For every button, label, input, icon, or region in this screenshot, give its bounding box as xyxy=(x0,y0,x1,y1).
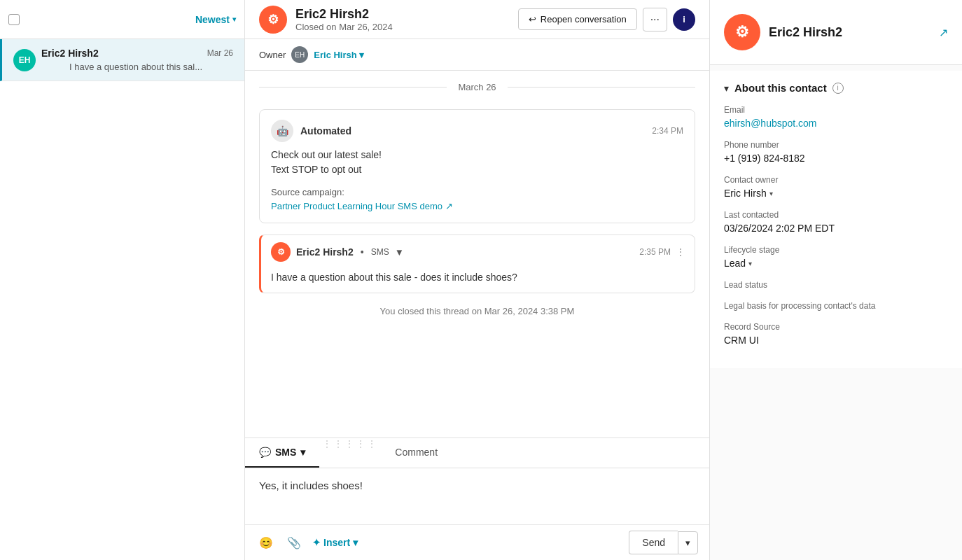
sender-name: Automated xyxy=(300,125,351,136)
about-section: ▾ About this contact i Email ehirsh@hubs… xyxy=(710,71,962,368)
attachment-button[interactable]: 📎 xyxy=(284,533,304,552)
contact-avatar: ⚙ xyxy=(724,14,760,50)
tab-comment[interactable]: Comment xyxy=(381,438,452,468)
lead-status-label: Lead status xyxy=(724,280,948,290)
message-time: 2:34 PM xyxy=(652,126,683,136)
inbound-more-icon[interactable]: ⋮ xyxy=(676,247,685,257)
contact-owner-label: Contact owner xyxy=(724,175,948,185)
chat-header-left: ⚙ Eric2 Hirsh2 Closed on Mar 26, 2024 xyxy=(259,6,393,34)
auto-avatar: 🤖 xyxy=(271,120,293,142)
owner-name-text: Eric Hirsh xyxy=(314,50,356,60)
owner-avatar: EH xyxy=(291,46,308,63)
compose-tabs: 💬 SMS ▾ ⋮⋮⋮⋮⋮ Comment xyxy=(245,438,709,468)
chat-subtitle: Closed on Mar 26, 2024 xyxy=(295,22,393,32)
conv-preview: I have a question about this sal... xyxy=(41,62,233,72)
sidebar: Newest ▾ EH Eric2 Hirsh2 Mar 26 I have a… xyxy=(0,0,245,560)
contact-owner-value: Eric Hirsh xyxy=(724,188,767,199)
inbound-body: I have a question about this sale - does… xyxy=(261,269,695,293)
emoji-button[interactable]: 😊 xyxy=(256,533,276,552)
more-options-button[interactable]: ··· xyxy=(643,8,667,31)
thread-closed-notice: You closed this thread on Mar 26, 2024 3… xyxy=(245,299,709,323)
inbound-channel: SMS xyxy=(371,247,389,257)
message-header: 🤖 Automated 2:34 PM xyxy=(271,120,683,142)
compose-body[interactable]: Yes, it includes shoes! xyxy=(245,468,709,524)
send-dropdown-button[interactable]: ▾ xyxy=(678,531,698,554)
conv-name: Eric2 Hirsh2 xyxy=(41,48,99,59)
sort-label: Newest xyxy=(195,14,230,25)
divider-line-right xyxy=(508,87,695,88)
source-campaign: Source campaign: Partner Product Learnin… xyxy=(271,186,683,213)
phone-field: Phone number +1 (919) 824-8182 xyxy=(724,140,948,164)
owner-chevron-icon: ▾ xyxy=(359,50,364,60)
owner-bar: Owner EH Eric Hirsh ▾ xyxy=(245,39,709,71)
contact-owner-field: Contact owner Eric Hirsh ▾ xyxy=(724,175,948,199)
hubspot-logo-avatar: ⚙ xyxy=(259,6,287,34)
channel-dropdown-button[interactable]: ▼ xyxy=(395,247,404,258)
compose-text[interactable]: Yes, it includes shoes! xyxy=(259,479,695,491)
contact-hs-logo-icon: ⚙ xyxy=(735,23,749,41)
legal-basis-label: Legal basis for processing contact's dat… xyxy=(724,301,948,311)
reopen-icon: ↩ xyxy=(529,14,536,24)
campaign-link-text: Partner Product Learning Hour SMS demo xyxy=(271,200,442,214)
reopen-label: Reopen conversation xyxy=(541,14,627,24)
owner-dropdown-chevron-icon: ▾ xyxy=(769,190,773,197)
reopen-button[interactable]: ↩ Reopen conversation xyxy=(518,8,637,30)
chat-header: ⚙ Eric2 Hirsh2 Closed on Mar 26, 2024 ↩ … xyxy=(245,0,709,39)
insert-button[interactable]: ✦ Insert ▾ xyxy=(312,537,358,548)
lifecycle-dropdown[interactable]: Lead ▾ xyxy=(724,258,948,269)
comment-tab-label: Comment xyxy=(395,447,438,458)
insert-chevron-icon: ▾ xyxy=(353,537,358,548)
hs-logo-icon: ⚙ xyxy=(267,12,279,27)
about-title: About this contact xyxy=(734,82,827,94)
last-contacted-label: Last contacted xyxy=(724,210,948,220)
contact-name: Eric2 Hirsh2 xyxy=(769,25,930,40)
sender-avatar: ⚙ xyxy=(271,242,291,262)
divider-line-left xyxy=(259,87,447,88)
send-group: Send ▾ xyxy=(629,531,698,554)
send-button[interactable]: Send xyxy=(629,531,678,554)
message-sender: 🤖 Automated xyxy=(271,120,351,142)
chat-header-actions: ↩ Reopen conversation ··· i xyxy=(518,8,695,31)
email-field: Email ehirsh@hubspot.com xyxy=(724,105,948,129)
inbound-sender-name: Eric2 Hirsh2 xyxy=(296,246,354,258)
inbound-time: 2:35 PM ⋮ xyxy=(639,247,685,257)
tab-sms[interactable]: 💬 SMS ▾ xyxy=(245,438,319,468)
inbound-time-text: 2:35 PM xyxy=(639,247,671,257)
insert-icon: ✦ xyxy=(312,537,321,548)
source-label: Source campaign: xyxy=(271,187,344,197)
last-contacted-field: Last contacted 03/26/2024 2:02 PM EDT xyxy=(724,210,948,234)
record-source-field: Record Source CRM UI xyxy=(724,322,948,346)
sort-button[interactable]: Newest ▾ xyxy=(195,14,236,25)
messages-area: March 26 🤖 Automated 2:34 PM Check out o… xyxy=(245,71,709,438)
compose-area: 💬 SMS ▾ ⋮⋮⋮⋮⋮ Comment Yes, it includes s… xyxy=(245,438,709,560)
conversation-item[interactable]: EH Eric2 Hirsh2 Mar 26 I have a question… xyxy=(0,39,244,81)
sidebar-header: Newest ▾ xyxy=(0,0,244,39)
sms-tab-label: SMS xyxy=(275,447,296,458)
inbound-header: ⚙ Eric2 Hirsh2 • SMS ▼ 2:35 PM ⋮ xyxy=(261,235,695,269)
last-contacted-value: 03/26/2024 2:02 PM EDT xyxy=(724,223,948,234)
sms-tab-icon: 💬 xyxy=(259,447,271,458)
campaign-link[interactable]: Partner Product Learning Hour SMS demo ↗ xyxy=(271,200,453,214)
date-divider-text: March 26 xyxy=(447,82,507,92)
sender-hs-icon: ⚙ xyxy=(277,247,285,257)
select-all-checkbox[interactable] xyxy=(8,14,20,25)
lifecycle-field: Lifecycle stage Lead ▾ xyxy=(724,245,948,269)
about-info-icon[interactable]: i xyxy=(832,83,844,94)
record-source-value: CRM UI xyxy=(724,335,948,346)
info-button[interactable]: i xyxy=(673,8,695,31)
about-chevron-icon[interactable]: ▾ xyxy=(724,83,729,94)
owner-name-button[interactable]: Eric Hirsh ▾ xyxy=(314,50,363,60)
insert-label: Insert xyxy=(323,537,350,548)
lifecycle-label: Lifecycle stage xyxy=(724,245,948,255)
avatar-initials: EH xyxy=(19,55,31,65)
about-header: ▾ About this contact i xyxy=(724,82,948,94)
email-label: Email xyxy=(724,105,948,115)
record-source-label: Record Source xyxy=(724,322,948,332)
inbound-sender: ⚙ Eric2 Hirsh2 • SMS ▼ xyxy=(271,242,404,262)
external-link-button[interactable]: ↗ xyxy=(939,26,948,39)
chat-title: Eric2 Hirsh2 xyxy=(295,7,393,22)
contact-owner-dropdown[interactable]: Eric Hirsh ▾ xyxy=(724,188,948,199)
message-line-2: Text STOP to opt out xyxy=(271,162,683,177)
owner-label: Owner xyxy=(259,50,286,60)
email-value: ehirsh@hubspot.com xyxy=(724,118,948,129)
